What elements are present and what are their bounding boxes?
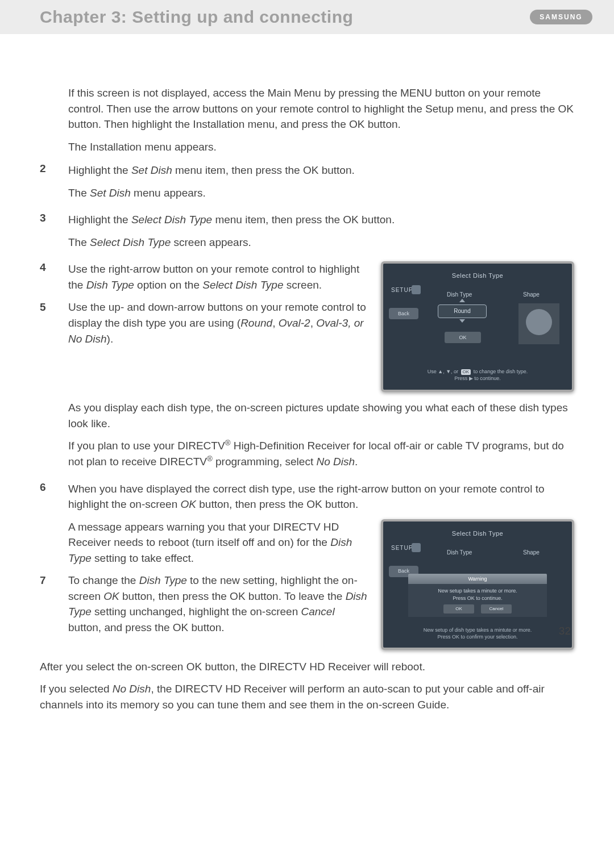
step-number: 7 — [40, 573, 68, 642]
chapter-header: Chapter 3: Setting up and connecting SAM… — [0, 0, 614, 34]
emphasis-cancel: Cancel — [301, 606, 335, 617]
text-fragment: The — [68, 236, 90, 248]
warning-dialog-screenshot: Select Dish Type SETUP Dish Type Shape B… — [381, 519, 574, 650]
emphasis-select-dish-type: Select Dish Type — [131, 214, 212, 226]
text-fragment: ). — [107, 333, 114, 345]
tv-hint-text: New setup of dish type takes a mintute o… — [383, 627, 572, 640]
text-fragment: setting unchanged, highlight the on-scre… — [92, 606, 301, 617]
step-4-text: Use the right-arrow button on your remot… — [68, 261, 370, 293]
gear-icon — [412, 543, 421, 552]
tv-column-dish-type: Dish Type — [447, 549, 472, 557]
step-result: The Set Dish menu appears. — [68, 185, 574, 201]
step-number: 3 — [40, 212, 68, 257]
emphasis-ok: OK — [103, 590, 119, 602]
text-fragment: New setup takes a minute or more. — [408, 587, 547, 595]
text-fragment: Press OK to continue. — [408, 595, 547, 602]
tv-warning-body: New setup takes a minute or more. Press … — [408, 584, 547, 617]
closing-paragraphs: After you select the on-screen OK button… — [40, 659, 574, 713]
text-fragment: Press ▶ to continue. — [454, 375, 501, 381]
step-result: The Select Dish Type screen appears. — [68, 235, 574, 251]
tv-hint-text: Use ▲, ▼, or OK to change the dish type.… — [383, 369, 572, 382]
text-fragment: To change the — [68, 574, 139, 586]
step-6-text: When you have displayed the correct dish… — [68, 481, 574, 512]
closing-1: After you select the on-screen OK button… — [40, 659, 574, 675]
step-5-after-1: As you display each dish type, the on-sc… — [68, 400, 574, 431]
tv-ok-button: OK — [445, 332, 481, 343]
arrow-down-icon — [459, 319, 465, 323]
step-7-text: To change the Dish Type to the new setti… — [68, 573, 370, 635]
tv-setup-label: SETUP — [391, 544, 413, 553]
tv-dish-shape-preview — [518, 303, 559, 344]
gear-icon — [412, 285, 421, 294]
text-fragment: button, then press the OK button. To lea… — [119, 590, 346, 602]
arrow-up-icon — [459, 299, 465, 302]
emphasis-oval2: Oval-2 — [279, 317, 310, 329]
intro-block: If this screen is not displayed, access … — [68, 85, 574, 155]
text-fragment: . — [355, 456, 358, 468]
step-5-text: Use the up- and down-arrow buttons on yo… — [68, 299, 370, 347]
text-fragment: to change the dish type. — [472, 369, 528, 374]
select-dish-type-screenshot: Select Dish Type SETUP Dish Type Shape B… — [381, 261, 574, 392]
tv-column-shape: Shape — [523, 549, 540, 557]
emphasis-select-dish-type: Select Dish Type — [202, 279, 283, 291]
dish-icon — [526, 309, 552, 335]
tv-column-shape: Shape — [523, 291, 540, 299]
emphasis-dish-type: Dish Type — [139, 574, 187, 586]
samsung-logo: SAMSUNG — [530, 10, 592, 24]
emphasis-set-dish: Set Dish — [90, 187, 131, 199]
registered-symbol: ® — [207, 454, 213, 463]
ok-chip-icon: OK — [452, 634, 459, 640]
text-fragment: setting to take effect. — [92, 552, 194, 564]
text-fragment: Press — [437, 634, 452, 640]
page-number: 32 — [559, 625, 571, 637]
registered-symbol: ® — [225, 439, 231, 447]
emphasis-round: Round — [240, 317, 272, 329]
text-fragment: New setup of dish type takes a mintute o… — [424, 627, 532, 633]
step-6-result: A message appears warning you that your … — [68, 519, 370, 566]
step-5-after-2: If you plan to use your DIRECTV® High-De… — [68, 438, 574, 469]
tv-column-dish-type: Dish Type — [447, 291, 472, 299]
text-fragment: Use ▲, ▼, or — [428, 369, 460, 374]
text-fragment: programming, select — [213, 456, 317, 468]
step-number: 5 — [40, 299, 68, 353]
step-4-5-block: 4 Use the right-arrow button on your rem… — [40, 261, 574, 476]
step-3: 3 Highlight the Select Dish Type menu it… — [40, 212, 574, 257]
intro-paragraph-2: The Installation menu appears. — [68, 139, 574, 155]
text-fragment: to confirm your selection. — [459, 634, 518, 640]
text-fragment: A message appears warning you that your … — [68, 521, 339, 549]
emphasis-set-dish: Set Dish — [131, 164, 172, 176]
intro-paragraph-1: If this screen is not displayed, access … — [68, 85, 574, 132]
text-fragment: screen appears. — [171, 236, 251, 248]
step-2: 2 Highlight the Set Dish menu item, then… — [40, 162, 574, 207]
tv-back-button: Back — [389, 308, 418, 319]
text-fragment: , — [310, 317, 317, 329]
step-number: 4 — [40, 261, 68, 476]
text-fragment: option on the — [134, 279, 202, 291]
step-6: 6 When you have displayed the correct di… — [40, 481, 574, 650]
content-area: If this screen is not displayed, access … — [0, 34, 614, 712]
text-fragment: button, then press the OK button. — [196, 498, 358, 510]
text-fragment: menu item, then press the OK button. — [172, 164, 355, 176]
step-text: Highlight the Select Dish Type menu item… — [68, 212, 574, 228]
text-fragment: The — [68, 187, 90, 199]
instruction-list: 2 Highlight the Set Dish menu item, then… — [40, 162, 574, 649]
step-number: 2 — [40, 162, 68, 207]
ok-chip-icon: OK — [461, 369, 471, 375]
tv-ok-button: OK — [443, 604, 474, 614]
emphasis-no-dish: No Dish — [316, 456, 355, 468]
text-fragment: menu appears. — [131, 187, 206, 199]
document-page: Chapter 3: Setting up and connecting SAM… — [0, 0, 614, 868]
emphasis-select-dish-type: Select Dish Type — [90, 236, 171, 248]
text-fragment: Highlight the — [68, 164, 131, 176]
step-text: Highlight the Set Dish menu item, then p… — [68, 162, 574, 178]
tv-warning-title: Warning — [408, 574, 547, 584]
text-fragment: menu item, then press the OK button. — [212, 214, 395, 226]
text-fragment: screen. — [283, 279, 322, 291]
text-fragment: , — [272, 317, 279, 329]
tv-cancel-button: Cancel — [481, 604, 512, 614]
text-fragment: Highlight the — [68, 214, 131, 226]
tv-title: Select Dish Type — [383, 264, 572, 281]
emphasis-ok: OK — [181, 498, 196, 510]
tv-dish-type-value: Round — [438, 304, 487, 318]
text-fragment: button, and press the OK button. — [68, 621, 225, 633]
